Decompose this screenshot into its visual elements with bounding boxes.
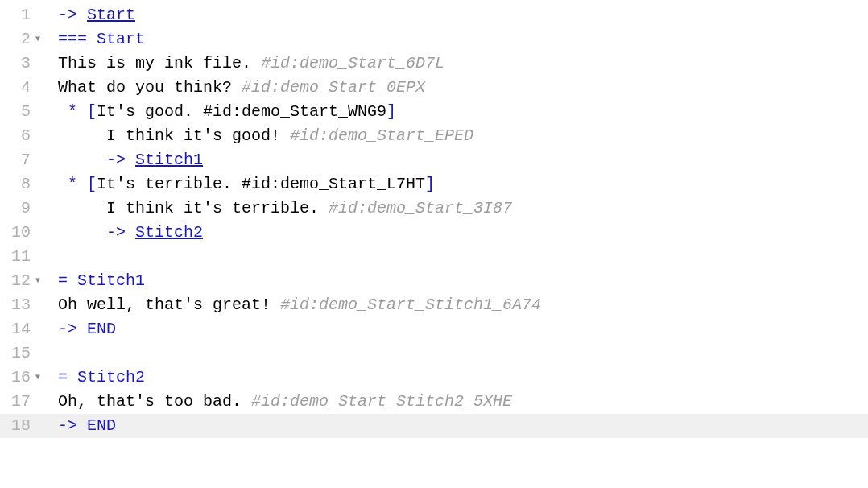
code-content[interactable]: What do you think? #id:demo_Start_0EPX — [50, 76, 425, 100]
line-number: 2 — [21, 27, 31, 52]
token-bracket: [ — [87, 175, 97, 193]
token-comment: #id:demo_Start_Stitch2_5XHE — [251, 392, 512, 411]
code-line[interactable]: 7 -> Stitch1 — [0, 148, 868, 172]
token-bracket: [ — [87, 102, 97, 121]
gutter: 17 — [0, 390, 50, 414]
token-bracket: ] — [425, 175, 435, 193]
fold-marker-icon[interactable]: ▼ — [32, 269, 43, 293]
code-content[interactable]: Oh, that's too bad. #id:demo_Start_Stitc… — [50, 390, 512, 414]
code-content[interactable]: === Start — [50, 27, 145, 52]
token-arrow: -> — [106, 223, 135, 242]
code-content[interactable]: = Stitch2 — [50, 366, 145, 390]
code-line[interactable]: 6 I think it's good! #id:demo_Start_EPED — [0, 124, 868, 148]
fold-marker-icon[interactable]: ▼ — [32, 27, 43, 52]
code-content[interactable]: * [It's good. #id:demo_Start_WNG9] — [50, 100, 396, 124]
gutter: 3 — [0, 52, 50, 76]
code-line[interactable]: 15 — [0, 341, 868, 366]
token-link[interactable]: Stitch1 — [135, 151, 203, 169]
token-arrow: -> — [58, 320, 87, 338]
code-line[interactable]: 2▼=== Start — [0, 27, 868, 52]
code-line[interactable]: 8 * [It's terrible. #id:demo_Start_L7HT] — [0, 172, 868, 196]
code-content[interactable]: -> END — [50, 317, 116, 341]
gutter: 5 — [0, 100, 50, 124]
code-line[interactable]: 5 * [It's good. #id:demo_Start_WNG9] — [0, 100, 868, 124]
token-knot-marker: = — [58, 368, 77, 387]
gutter: 7 — [0, 148, 50, 172]
code-line[interactable]: 10 -> Stitch2 — [0, 221, 868, 245]
code-content[interactable]: -> Start — [50, 3, 135, 27]
token-link[interactable]: Start — [87, 6, 135, 24]
token-end-kw: END — [87, 416, 116, 435]
line-number: 9 — [21, 196, 31, 221]
token-bracket: ] — [386, 102, 396, 121]
token-bullet: * — [58, 102, 87, 121]
code-line[interactable]: 17Oh, that's too bad. #id:demo_Start_Sti… — [0, 390, 868, 414]
code-content[interactable]: I think it's good! #id:demo_Start_EPED — [50, 124, 473, 148]
code-content[interactable]: This is my ink file. #id:demo_Start_6D7L — [50, 52, 444, 76]
line-number: 14 — [11, 317, 31, 341]
line-number: 7 — [21, 148, 31, 172]
code-line[interactable]: 13Oh well, that's great! #id:demo_Start_… — [0, 293, 868, 317]
code-content[interactable]: = Stitch1 — [50, 269, 145, 293]
token-knot-name: Stitch2 — [77, 368, 145, 387]
token-text: This is my ink file. — [58, 54, 261, 72]
token-arrow: -> — [58, 416, 87, 435]
code-line[interactable]: 18-> END — [0, 414, 868, 438]
token-text: I think it's good! — [58, 126, 290, 145]
token-choice-text: It's terrible. #id:demo_Start_L7HT — [97, 175, 425, 193]
token-text — [58, 151, 106, 169]
token-link[interactable]: Stitch2 — [135, 223, 203, 242]
code-line[interactable]: 16▼= Stitch2 — [0, 366, 868, 390]
line-number: 13 — [11, 293, 31, 317]
token-end-kw: END — [87, 320, 116, 338]
gutter: 11 — [0, 245, 50, 269]
code-line[interactable]: 4What do you think? #id:demo_Start_0EPX — [0, 76, 868, 100]
token-comment: #id:demo_Start_3I87 — [329, 199, 512, 217]
token-comment: #id:demo_Start_Stitch1_6A74 — [280, 296, 541, 314]
fold-marker-icon[interactable]: ▼ — [32, 366, 43, 390]
token-knot-marker: === — [58, 30, 97, 48]
line-number: 12 — [11, 269, 31, 293]
line-number: 8 — [21, 172, 31, 196]
line-number: 3 — [21, 52, 31, 76]
line-number: 4 — [21, 76, 31, 100]
gutter: 15 — [0, 341, 50, 366]
gutter: 2▼ — [0, 27, 50, 52]
line-number: 11 — [11, 245, 31, 269]
token-choice-text: It's good. #id:demo_Start_WNG9 — [97, 102, 386, 121]
gutter: 8 — [0, 172, 50, 196]
code-content[interactable]: * [It's terrible. #id:demo_Start_L7HT] — [50, 172, 435, 196]
line-number: 18 — [11, 414, 31, 438]
gutter: 16▼ — [0, 366, 50, 390]
code-line[interactable]: 3This is my ink file. #id:demo_Start_6D7… — [0, 52, 868, 76]
code-content[interactable]: -> END — [50, 414, 116, 438]
gutter: 12▼ — [0, 269, 50, 293]
token-comment: #id:demo_Start_0EPX — [242, 78, 425, 97]
gutter: 9 — [0, 196, 50, 221]
code-line[interactable]: 9 I think it's terrible. #id:demo_Start_… — [0, 196, 868, 221]
token-knot-name: Stitch1 — [77, 271, 145, 290]
gutter: 1 — [0, 3, 50, 27]
code-content[interactable]: -> Stitch1 — [50, 148, 203, 172]
token-arrow: -> — [106, 151, 135, 169]
token-knot-marker: = — [58, 271, 77, 290]
code-content[interactable]: -> Stitch2 — [50, 221, 203, 245]
code-line[interactable]: 12▼= Stitch1 — [0, 269, 868, 293]
token-text — [58, 223, 106, 242]
gutter: 18 — [0, 414, 50, 438]
line-number: 16 — [11, 366, 31, 390]
code-content[interactable]: I think it's terrible. #id:demo_Start_3I… — [50, 196, 512, 221]
code-editor[interactable]: 1-> Start2▼=== Start3This is my ink file… — [0, 3, 868, 438]
gutter: 13 — [0, 293, 50, 317]
gutter: 10 — [0, 221, 50, 245]
code-content[interactable]: Oh well, that's great! #id:demo_Start_St… — [50, 293, 541, 317]
token-text: What do you think? — [58, 78, 242, 97]
code-line[interactable]: 1-> Start — [0, 3, 868, 27]
gutter: 14 — [0, 317, 50, 341]
code-line[interactable]: 11 — [0, 245, 868, 269]
code-line[interactable]: 14-> END — [0, 317, 868, 341]
token-comment: #id:demo_Start_EPED — [290, 126, 473, 145]
gutter: 6 — [0, 124, 50, 148]
token-text: Oh well, that's great! — [58, 296, 280, 314]
line-number: 17 — [11, 390, 31, 414]
